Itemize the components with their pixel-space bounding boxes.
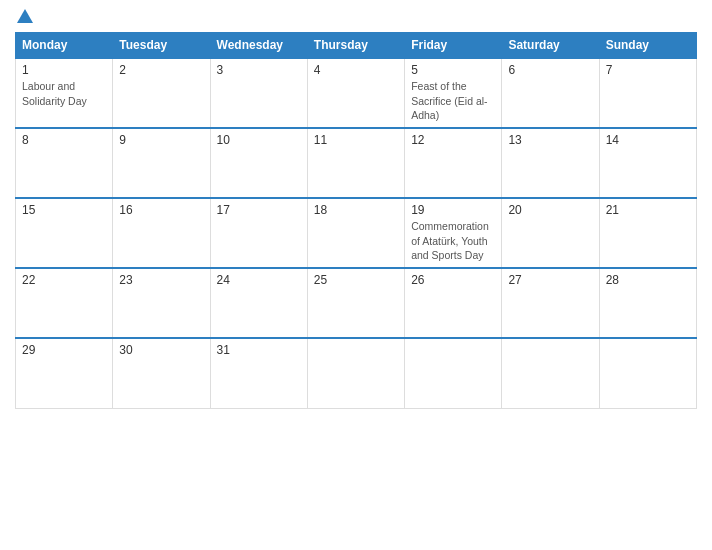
day-header-monday: Monday [16,33,113,59]
calendar-cell: 12 [405,128,502,198]
calendar-cell: 26 [405,268,502,338]
day-number: 30 [119,343,203,357]
calendar-body: 1Labour and Solidarity Day2345Feast of t… [16,58,697,408]
calendar-cell: 20 [502,198,599,268]
day-number: 13 [508,133,592,147]
calendar-cell: 3 [210,58,307,128]
day-number: 28 [606,273,690,287]
calendar-cell: 10 [210,128,307,198]
calendar-cell: 1Labour and Solidarity Day [16,58,113,128]
calendar-cell: 23 [113,268,210,338]
calendar-cell: 27 [502,268,599,338]
day-number: 15 [22,203,106,217]
day-number: 25 [314,273,398,287]
day-number: 23 [119,273,203,287]
calendar-cell: 22 [16,268,113,338]
day-number: 31 [217,343,301,357]
calendar-cell: 24 [210,268,307,338]
calendar-cell: 31 [210,338,307,408]
calendar-cell: 15 [16,198,113,268]
day-header-sunday: Sunday [599,33,696,59]
calendar-cell: 16 [113,198,210,268]
day-number: 6 [508,63,592,77]
day-number: 7 [606,63,690,77]
day-number: 1 [22,63,106,77]
calendar-cell: 19Commemoration of Atatürk, Youth and Sp… [405,198,502,268]
day-number: 21 [606,203,690,217]
calendar-cell: 21 [599,198,696,268]
holiday-label: Labour and Solidarity Day [22,80,87,107]
day-number: 20 [508,203,592,217]
day-header-row: MondayTuesdayWednesdayThursdayFridaySatu… [16,33,697,59]
day-header-tuesday: Tuesday [113,33,210,59]
calendar-cell: 8 [16,128,113,198]
holiday-label: Feast of the Sacrifice (Eid al-Adha) [411,80,487,121]
calendar-cell: 6 [502,58,599,128]
day-header-wednesday: Wednesday [210,33,307,59]
day-number: 22 [22,273,106,287]
calendar-cell: 2 [113,58,210,128]
calendar-table: MondayTuesdayWednesdayThursdayFridaySatu… [15,32,697,409]
calendar-cell: 25 [307,268,404,338]
calendar-cell: 17 [210,198,307,268]
day-number: 10 [217,133,301,147]
week-row-1: 1Labour and Solidarity Day2345Feast of t… [16,58,697,128]
day-number: 29 [22,343,106,357]
calendar-cell: 14 [599,128,696,198]
day-number: 17 [217,203,301,217]
day-header-thursday: Thursday [307,33,404,59]
logo [15,10,35,24]
calendar-cell [405,338,502,408]
calendar-cell: 9 [113,128,210,198]
logo-triangle-icon [17,9,33,23]
calendar-cell [599,338,696,408]
day-number: 9 [119,133,203,147]
calendar-cell: 13 [502,128,599,198]
day-number: 8 [22,133,106,147]
day-header-friday: Friday [405,33,502,59]
day-header-saturday: Saturday [502,33,599,59]
day-number: 19 [411,203,495,217]
calendar-cell: 28 [599,268,696,338]
day-number: 11 [314,133,398,147]
week-row-2: 891011121314 [16,128,697,198]
calendar-cell: 5Feast of the Sacrifice (Eid al-Adha) [405,58,502,128]
day-number: 4 [314,63,398,77]
week-row-4: 22232425262728 [16,268,697,338]
week-row-3: 1516171819Commemoration of Atatürk, Yout… [16,198,697,268]
calendar-cell: 29 [16,338,113,408]
calendar-cell: 30 [113,338,210,408]
day-number: 5 [411,63,495,77]
header [15,10,697,24]
day-number: 14 [606,133,690,147]
holiday-label: Commemoration of Atatürk, Youth and Spor… [411,220,489,261]
day-number: 16 [119,203,203,217]
day-number: 24 [217,273,301,287]
day-number: 3 [217,63,301,77]
week-row-5: 293031 [16,338,697,408]
day-number: 27 [508,273,592,287]
day-number: 2 [119,63,203,77]
calendar-cell: 7 [599,58,696,128]
calendar-cell: 18 [307,198,404,268]
calendar-cell [307,338,404,408]
day-number: 26 [411,273,495,287]
calendar-cell: 11 [307,128,404,198]
calendar-cell: 4 [307,58,404,128]
day-number: 18 [314,203,398,217]
day-number: 12 [411,133,495,147]
page: MondayTuesdayWednesdayThursdayFridaySatu… [0,0,712,550]
calendar-header: MondayTuesdayWednesdayThursdayFridaySatu… [16,33,697,59]
calendar-cell [502,338,599,408]
